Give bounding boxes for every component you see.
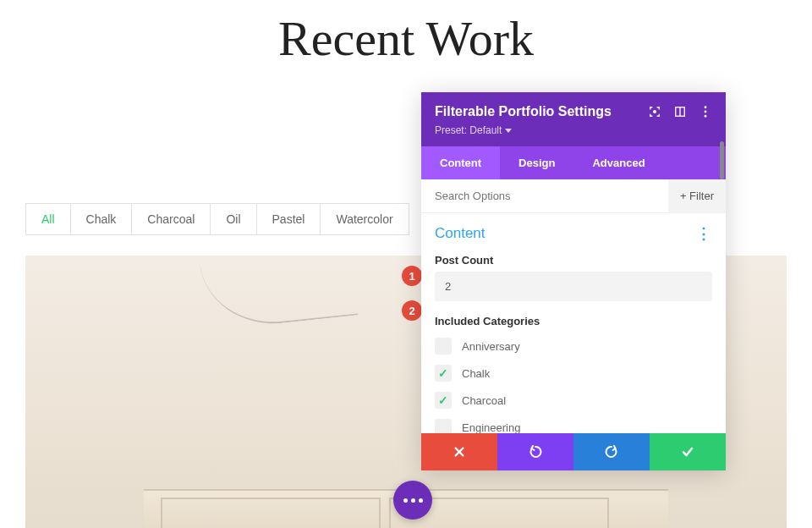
tab-advanced[interactable]: Advanced bbox=[573, 146, 663, 179]
settings-panel: Filterable Portfolio Settings Preset: De… bbox=[421, 92, 726, 470]
category-charcoal[interactable]: Charcoal bbox=[435, 387, 712, 414]
category-label: Engineering bbox=[462, 421, 520, 434]
category-anniversary[interactable]: Anniversary bbox=[435, 333, 712, 360]
section-menu-icon[interactable]: ⋮ bbox=[696, 230, 712, 237]
checkbox-icon bbox=[435, 338, 452, 355]
tab-content[interactable]: Content bbox=[421, 146, 500, 179]
module-settings-fab[interactable] bbox=[393, 481, 432, 520]
layout-icon[interactable] bbox=[673, 105, 687, 118]
filter-oil[interactable]: Oil bbox=[211, 203, 256, 235]
checkbox-icon bbox=[435, 419, 452, 433]
filter-pastel[interactable]: Pastel bbox=[257, 203, 321, 235]
category-label: Charcoal bbox=[462, 394, 506, 407]
panel-title: Filterable Portfolio Settings bbox=[435, 104, 612, 119]
svg-point-0 bbox=[654, 111, 656, 113]
preset-label: Preset: Default bbox=[435, 124, 502, 136]
category-label: Chalk bbox=[462, 367, 490, 380]
post-count-input[interactable] bbox=[435, 272, 712, 301]
scrollbar[interactable] bbox=[720, 141, 724, 179]
category-chalk[interactable]: Chalk bbox=[435, 360, 712, 387]
preset-selector[interactable]: Preset: Default bbox=[435, 124, 712, 136]
panel-header: Filterable Portfolio Settings Preset: De… bbox=[421, 92, 726, 146]
filter-button[interactable]: + Filter bbox=[668, 179, 726, 212]
annotation-2: 2 bbox=[402, 300, 422, 321]
panel-footer bbox=[421, 433, 726, 470]
annotation-1: 1 bbox=[402, 266, 422, 286]
filter-charcoal[interactable]: Charcoal bbox=[132, 203, 211, 235]
kebab-menu-icon[interactable] bbox=[699, 105, 712, 118]
category-engineering[interactable]: Engineering bbox=[435, 414, 712, 433]
checkbox-checked-icon bbox=[435, 365, 452, 382]
focus-icon[interactable] bbox=[648, 105, 661, 118]
post-count-label: Post Count bbox=[435, 254, 712, 267]
section-title-content[interactable]: Content bbox=[435, 225, 486, 242]
redo-button[interactable] bbox=[573, 433, 650, 470]
panel-body: Content ⋮ Post Count Included Categories… bbox=[421, 213, 726, 433]
filter-chalk[interactable]: Chalk bbox=[71, 203, 133, 235]
svg-point-5 bbox=[705, 115, 707, 118]
filter-all[interactable]: All bbox=[25, 203, 71, 235]
search-input[interactable] bbox=[421, 179, 668, 212]
panel-tabs: Content Design Advanced bbox=[421, 146, 726, 179]
filter-watercolor[interactable]: Watercolor bbox=[321, 203, 409, 235]
page-title: Recent Work bbox=[0, 10, 812, 67]
tab-design[interactable]: Design bbox=[500, 146, 573, 179]
category-label: Anniversary bbox=[462, 340, 520, 353]
svg-point-3 bbox=[705, 106, 707, 108]
portfolio-filter-bar: All Chalk Charcoal Oil Pastel Watercolor bbox=[25, 203, 409, 235]
cancel-button[interactable] bbox=[421, 433, 497, 470]
chevron-down-icon bbox=[505, 129, 512, 133]
save-button[interactable] bbox=[650, 433, 726, 470]
included-categories-label: Included Categories bbox=[435, 315, 712, 327]
undo-button[interactable] bbox=[497, 433, 573, 470]
checkbox-checked-icon bbox=[435, 392, 452, 409]
svg-point-4 bbox=[705, 111, 707, 113]
